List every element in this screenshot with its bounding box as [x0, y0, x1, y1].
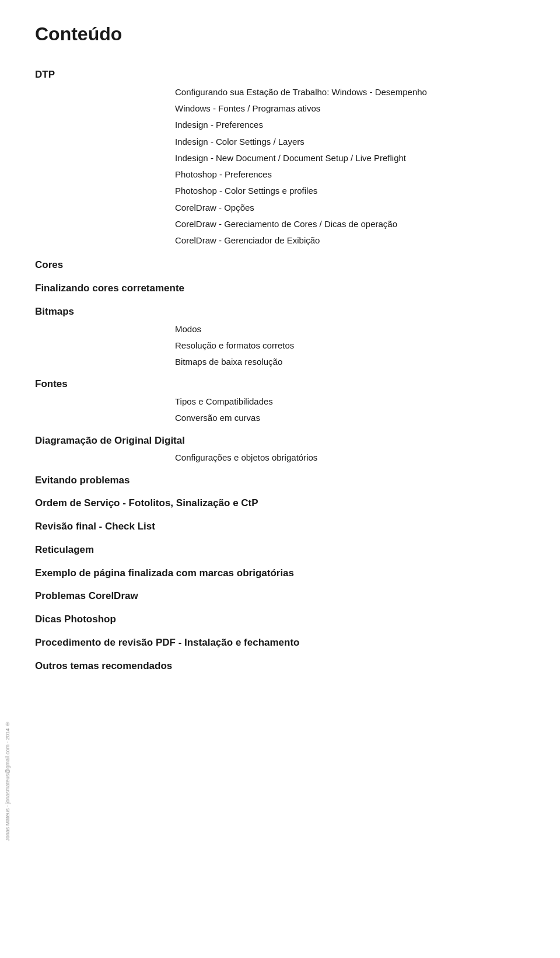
watermark: Jonas Mateus - jonasmateus@gmail.com - 2…: [5, 721, 10, 841]
toc-item-6: Photoshop - Preferences: [175, 167, 525, 182]
fontes-section: Fontes Tipos e Compatibilidades Conversã…: [128, 375, 525, 426]
revisao-section: Revisão final - Check List: [128, 518, 525, 535]
evitando-section: Evitando problemas: [128, 472, 525, 489]
revisao-title: Revisão final - Check List: [35, 518, 155, 535]
diagramacao-section: Diagramação de Original Digital Configur…: [128, 432, 525, 466]
reticulagem-section: Reticulagem: [128, 541, 525, 559]
toc-text-10: CorelDraw - Gerenciador de Exibição: [175, 233, 320, 248]
ordem-label: Ordem de Serviço - Fotolitos, Sinalizaçã…: [35, 494, 525, 512]
procedimento-section: Procedimento de revisão PDF - Instalação…: [128, 634, 525, 652]
toc-item-7: Photoshop - Color Settings e profiles: [175, 183, 525, 198]
finalizando-section: Finalizando cores corretamente: [128, 280, 525, 297]
page-title: Conteúdo: [35, 23, 525, 45]
toc-item-4: Indesign - Color Settings / Layers: [175, 134, 525, 149]
ordem-section: Ordem de Serviço - Fotolitos, Sinalizaçã…: [128, 494, 525, 512]
diagramacao-title: Diagramação de Original Digital: [35, 432, 185, 450]
toc-text-1: Configurando sua Estação de Trabalho: Wi…: [175, 85, 427, 100]
toc-item-5: Indesign - New Document / Document Setup…: [175, 151, 525, 166]
dicas-photoshop-label: Dicas Photoshop: [35, 611, 525, 628]
exemplo-section: Exemplo de página finalizada com marcas …: [128, 565, 525, 582]
bitmaps-item-3: Bitmaps de baixa resolução: [175, 354, 525, 370]
toc-item-3: Indesign - Preferences: [175, 117, 525, 133]
bitmaps-text-2: Resolução e formatos corretos: [175, 338, 294, 353]
page-container: Conteúdo DTP Configurando sua Estação de…: [0, 0, 560, 715]
problemas-coreldraw-section: Problemas CorelDraw: [128, 587, 525, 605]
toc-item-8: CorelDraw - Opções: [175, 200, 525, 215]
outros-section: Outros temas recomendados: [128, 657, 525, 675]
problemas-coreldraw-title: Problemas CorelDraw: [35, 587, 138, 605]
evitando-label: Evitando problemas: [35, 472, 525, 489]
revisao-label: Revisão final - Check List: [35, 518, 525, 535]
exemplo-label: Exemplo de página finalizada com marcas …: [35, 565, 525, 582]
cores-section: Cores: [128, 256, 525, 274]
bitmaps-title: Bitmaps: [35, 303, 74, 321]
dtp-title: DTP: [35, 66, 55, 83]
toc-text-8: CorelDraw - Opções: [175, 200, 254, 215]
bitmaps-label: Bitmaps: [35, 303, 525, 321]
fontes-item-1: Tipos e Compatibilidades: [175, 394, 525, 409]
toc-item-9: CorelDraw - Gereciamento de Cores / Dica…: [175, 217, 525, 232]
cores-title: Cores: [35, 256, 63, 274]
reticulagem-label: Reticulagem: [35, 541, 525, 559]
toc-item-2: Windows - Fontes / Programas ativos: [175, 101, 525, 116]
diagramacao-label: Diagramação de Original Digital: [35, 432, 525, 450]
finalizando-title: Finalizando cores corretamente: [35, 280, 184, 297]
fontes-text-2: Conversão em curvas: [175, 410, 260, 426]
dtp-section: DTP Configurando sua Estação de Trabalho…: [128, 66, 525, 248]
ordem-title: Ordem de Serviço - Fotolitos, Sinalizaçã…: [35, 494, 258, 512]
bitmaps-text-1: Modos: [175, 322, 201, 337]
diagramacao-item-1: Configurações e objetos obrigatórios: [175, 450, 525, 465]
fontes-item-2: Conversão em curvas: [175, 410, 525, 426]
toc-item-1: Configurando sua Estação de Trabalho: Wi…: [175, 85, 525, 100]
dicas-photoshop-section: Dicas Photoshop: [128, 611, 525, 628]
toc-text-6: Photoshop - Preferences: [175, 167, 272, 182]
dicas-photoshop-title: Dicas Photoshop: [35, 611, 116, 628]
evitando-title: Evitando problemas: [35, 472, 130, 489]
toc-text-9: CorelDraw - Gereciamento de Cores / Dica…: [175, 217, 397, 232]
outros-title: Outros temas recomendados: [35, 657, 172, 675]
bitmaps-section: Bitmaps Modos Resolução e formatos corre…: [128, 303, 525, 370]
fontes-text-1: Tipos e Compatibilidades: [175, 394, 273, 409]
fontes-title: Fontes: [35, 375, 68, 393]
cores-label: Cores: [35, 256, 525, 274]
toc-text-3: Indesign - Preferences: [175, 117, 263, 133]
finalizando-label: Finalizando cores corretamente: [35, 280, 525, 297]
bitmaps-item-1: Modos: [175, 322, 525, 337]
exemplo-title: Exemplo de página finalizada com marcas …: [35, 565, 294, 582]
outros-label: Outros temas recomendados: [35, 657, 525, 675]
procedimento-label: Procedimento de revisão PDF - Instalação…: [35, 634, 525, 652]
diagramacao-text-1: Configurações e objetos obrigatórios: [175, 450, 317, 465]
dtp-label: DTP: [35, 66, 525, 83]
bitmaps-item-2: Resolução e formatos corretos: [175, 338, 525, 353]
procedimento-title: Procedimento de revisão PDF - Instalação…: [35, 634, 299, 652]
reticulagem-title: Reticulagem: [35, 541, 94, 559]
problemas-coreldraw-label: Problemas CorelDraw: [35, 587, 525, 605]
bitmaps-text-3: Bitmaps de baixa resolução: [175, 354, 282, 370]
toc-text-5: Indesign - New Document / Document Setup…: [175, 151, 406, 166]
toc-text-4: Indesign - Color Settings / Layers: [175, 134, 304, 149]
fontes-label: Fontes: [35, 375, 525, 393]
toc-text-2: Windows - Fontes / Programas ativos: [175, 101, 320, 116]
toc-item-10: CorelDraw - Gerenciador de Exibição: [175, 233, 525, 248]
toc-text-7: Photoshop - Color Settings e profiles: [175, 183, 317, 198]
